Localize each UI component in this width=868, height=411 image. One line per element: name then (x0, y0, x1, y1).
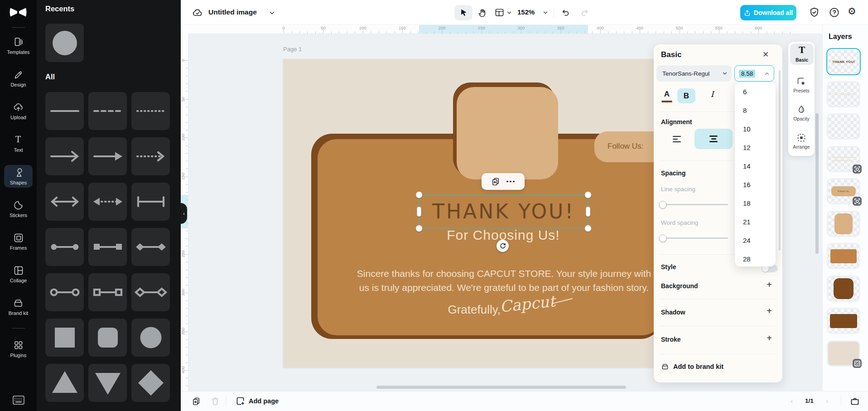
align-left-button[interactable] (665, 130, 689, 149)
shape-tile-double-arrow[interactable] (45, 183, 84, 221)
shape-tile-rounded-square[interactable] (88, 319, 127, 357)
font-size-input[interactable]: 8.58 (734, 65, 774, 82)
canvas-vertical-scrollbar[interactable] (815, 113, 819, 254)
add-page-icon[interactable] (236, 396, 245, 406)
panel-collapse-tab[interactable]: ‹ (181, 203, 187, 224)
canvas-horizontal-scrollbar[interactable] (376, 386, 626, 389)
sidebar-item-collage[interactable]: Collage (4, 263, 33, 285)
shape-tile-square[interactable] (45, 319, 84, 357)
add-stroke-button[interactable]: + (764, 333, 774, 343)
layer-thumb-8-square-dark[interactable] (827, 276, 860, 302)
tool-tab-opacity[interactable]: Opacity (790, 102, 813, 124)
size-option-10[interactable]: 10 (735, 120, 776, 138)
text-color-button[interactable]: A (661, 90, 673, 99)
sidebar-item-design[interactable]: Design (4, 67, 33, 90)
shape-tile-ends-diamond-filled[interactable] (131, 228, 170, 266)
size-option-14[interactable]: 14 (735, 157, 776, 175)
zoom-level[interactable]: 152% (517, 8, 535, 16)
redo-button[interactable] (580, 8, 590, 17)
settings-gear-icon[interactable]: ⚙ (848, 6, 856, 17)
size-option-21[interactable]: 21 (735, 213, 776, 231)
sidebar-item-frames[interactable]: Frames (4, 230, 33, 253)
tool-tab-arrange[interactable]: Arrange (790, 131, 813, 152)
document-title[interactable]: Untitled image (208, 8, 257, 16)
sidebar-item-stickers[interactable]: Stickers (4, 198, 33, 220)
bold-button[interactable]: B (677, 88, 695, 103)
more-options-icon[interactable] (506, 181, 515, 183)
help-icon[interactable] (829, 7, 839, 18)
previous-page-button[interactable]: ‹ (791, 397, 793, 405)
shape-tile-line-caps[interactable] (131, 183, 170, 221)
font-size-chevron-up-icon[interactable] (765, 72, 769, 75)
size-option-24[interactable]: 24 (735, 231, 776, 250)
delete-page-button[interactable] (211, 396, 220, 406)
add-background-button[interactable]: + (764, 280, 774, 290)
select-tool-button[interactable] (454, 5, 473, 20)
duplicate-page-button[interactable] (192, 397, 201, 406)
shape-tile-ends-circle-filled[interactable] (45, 228, 84, 266)
align-center-button[interactable] (694, 129, 733, 149)
next-page-button[interactable]: › (826, 397, 828, 405)
sidebar-item-upload[interactable]: Upload (4, 100, 33, 122)
layer-thumb-10-page-fill[interactable] (827, 340, 860, 367)
shape-tile-diamond[interactable] (131, 364, 170, 402)
layout-chevron-down-icon[interactable] (507, 11, 511, 15)
export-bag-icon[interactable] (850, 396, 860, 406)
line-spacing-slider-thumb[interactable] (659, 201, 667, 208)
sidebar-item-brand-kit[interactable]: Brand kit (4, 295, 33, 318)
rotate-handle[interactable] (497, 240, 509, 252)
follow-us-pill[interactable]: Follow Us: (594, 131, 661, 162)
hand-tool-button[interactable] (477, 8, 487, 18)
selection-handle-left[interactable] (417, 207, 421, 217)
word-spacing-slider[interactable] (659, 237, 728, 239)
shape-tile-ends-square-filled[interactable] (88, 228, 127, 266)
font-family-select[interactable]: TenorSans-Regul (656, 65, 732, 82)
shape-tile-ends-diamond-hollow[interactable] (131, 273, 170, 311)
layer-thumb-9-rect-dark[interactable] (827, 308, 860, 334)
italic-button[interactable]: I (706, 89, 718, 99)
safety-shield-icon[interactable] (809, 7, 820, 18)
shape-tile-triangle-up[interactable] (45, 364, 84, 402)
shape-tile-arrow-dotted[interactable] (131, 137, 170, 175)
selection-handle-top-left[interactable] (416, 192, 423, 198)
add-shadow-button[interactable]: + (764, 306, 774, 316)
layer-thumb-5-pill[interactable]: Follow Us: (827, 178, 860, 204)
shape-tile-ends-circle-hollow[interactable] (45, 273, 84, 311)
size-option-12[interactable]: 12 (735, 138, 776, 157)
shape-tile-double-arrow-dotted[interactable] (88, 183, 127, 221)
capcut-logo[interactable] (10, 5, 27, 19)
layer-thumb-1-text-title[interactable]: THANK YOU! (827, 48, 860, 75)
tag-shape[interactable] (457, 87, 558, 179)
recent-shape-circle[interactable] (45, 24, 84, 62)
shape-tile-line-solid[interactable] (45, 92, 84, 130)
add-to-brand-kit-button[interactable]: Add to brand kit (661, 363, 723, 370)
selection-handle-top-right[interactable] (585, 192, 592, 198)
selection-handle-right[interactable] (586, 207, 590, 217)
selection-box[interactable] (419, 195, 588, 228)
shape-tile-arrow-filled[interactable] (88, 137, 127, 175)
panel-scrollbar[interactable] (779, 70, 781, 251)
size-option-8[interactable]: 8 (735, 101, 776, 120)
undo-button[interactable] (560, 8, 570, 17)
duplicate-icon[interactable] (492, 177, 500, 186)
layer-thumb-7-rect-mid[interactable] (827, 243, 860, 269)
layout-tool-button[interactable] (495, 8, 504, 17)
sidebar-item-shapes[interactable]: Shapes (4, 165, 33, 188)
shape-tile-ends-square-hollow[interactable] (88, 273, 127, 311)
layer-thumb-6-tag[interactable] (827, 211, 860, 237)
size-option-18[interactable]: 18 (735, 194, 776, 213)
card-body-text[interactable]: Sincere thanks for choosing CAPCUT STORE… (335, 266, 661, 295)
sidebar-item-templates[interactable]: Templates (4, 34, 33, 57)
layer-thumb-4-text-lines[interactable] (827, 146, 860, 172)
layer-thumb-2-text-faint[interactable]: For Choosing Us! (827, 81, 860, 107)
selection-handle-bottom-right[interactable] (585, 225, 592, 232)
shape-tile-arrow-open[interactable] (45, 137, 84, 175)
size-option-16[interactable]: 16 (735, 175, 776, 194)
keyboard-shortcuts-icon[interactable] (13, 396, 24, 405)
add-page-label[interactable]: Add page (249, 397, 279, 405)
card-closing-text[interactable]: Gratefully, (365, 303, 501, 317)
tool-tab-presets[interactable]: Presets (790, 74, 813, 96)
selection-handle-bottom-left[interactable] (416, 225, 423, 232)
line-spacing-slider[interactable] (659, 204, 728, 205)
title-chevron-down-icon[interactable] (270, 11, 275, 15)
